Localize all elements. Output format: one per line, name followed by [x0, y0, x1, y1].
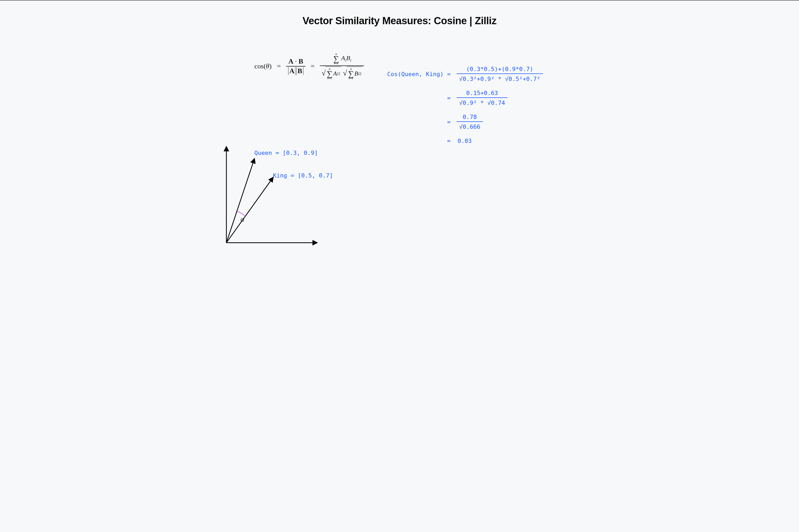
queen-vector [226, 159, 254, 243]
king-vector [226, 177, 273, 243]
vector-plot: Queen = [0.3, 0.9] King = [0.5, 0.7] Θ [221, 141, 333, 248]
theta-label: Θ [240, 217, 244, 223]
king-label: King = [0.5, 0.7] [273, 172, 333, 179]
formula-fraction-simple: A · B AB [286, 57, 305, 75]
theta-arc [237, 211, 246, 216]
formula-lhs: cos(θ) [254, 62, 272, 70]
work-step-3: = 0.78 √0.666 [381, 114, 543, 130]
page-title: Vector Similarity Measures: Cosine | Zil… [200, 15, 599, 26]
worked-example: Cos(Queen, King) = (0.3*0.5)+(0.9*0.7) √… [381, 66, 543, 152]
equals-sign: = [309, 62, 317, 70]
work-result: = 0.03 [381, 138, 543, 144]
formula-fraction-expanded: n ∑ i=1 AiBi √ n ∑ i=1 Ai2 [320, 53, 364, 80]
work-step-1: Cos(Queen, King) = (0.3*0.5)+(0.9*0.7) √… [381, 66, 543, 82]
equals-sign: = [275, 62, 283, 70]
queen-label: Queen = [0.3, 0.9] [254, 150, 318, 156]
diagram-canvas: Vector Similarity Measures: Cosine | Zil… [200, 1, 599, 267]
plot-svg [221, 141, 333, 248]
work-step-2: = 0.15+0.63 √0.9² * √0.74 [381, 90, 543, 106]
cosine-formula: cos(θ) = A · B AB = n ∑ i=1 AiBi √ [254, 53, 364, 80]
